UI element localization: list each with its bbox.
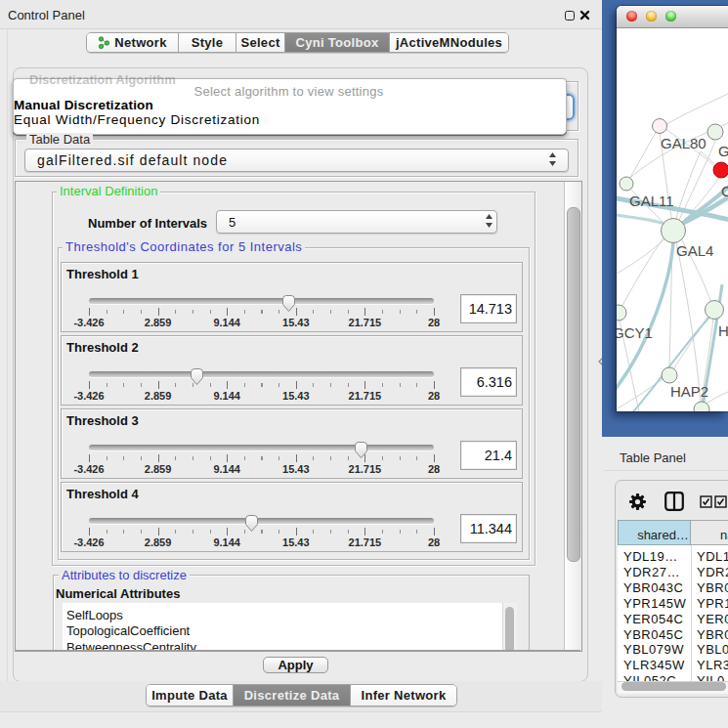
svg-text:C: C — [721, 183, 728, 199]
svg-text:GAL4: GAL4 — [676, 242, 713, 259]
svg-text:H: H — [718, 322, 728, 339]
svg-text:GAL80: GAL80 — [661, 135, 707, 151]
svg-text:GAL11: GAL11 — [629, 193, 674, 209]
svg-text:HAP2: HAP2 — [670, 383, 708, 400]
svg-text:GCY1: GCY1 — [617, 324, 653, 341]
svg-text:GA: GA — [718, 143, 728, 159]
